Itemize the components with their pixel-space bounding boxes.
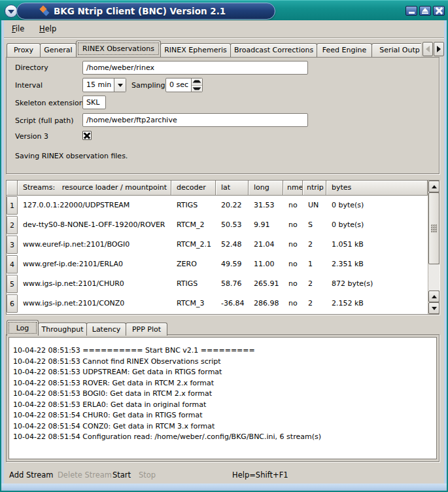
cell-nmea: no [283,294,303,313]
tab-throughput[interactable]: Throughput [38,323,87,336]
row-number[interactable]: 4 [7,255,18,273]
cell-mountpoint: 127.0.0.1:22000/UDPSTREAM [18,196,171,215]
add-stream-button[interactable]: Add Stream [9,470,54,480]
table-row[interactable]: 2 dev-ttyS0-8-NONE-1-OFF-19200/ROVER RTC… [7,215,428,235]
table-scrollbar[interactable] [428,181,439,314]
col-header-nmea[interactable]: nmea [283,181,303,196]
directory-input[interactable]: /home/weber/rinex [82,61,308,75]
skeleton-extension-input[interactable]: SKL [82,96,106,109]
version3-checkbox[interactable] [82,131,92,140]
table-row[interactable]: 4 www.gref-ip.de:2101/ERLA0 ZERO 49.59 1… [7,255,428,274]
cell-mountpoint: www.igs-ip.net:2101/CHUR0 [18,274,171,294]
checkbox-checked-icon [83,132,91,139]
log-line: 10-04-22 08:51:54 Configuration read: /h… [13,432,432,443]
col-header-lat[interactable]: lat [216,181,249,196]
table-row[interactable]: 3 www.euref-ip.net:2101/BOGI0 RTCM_2.1 5… [7,235,428,255]
cell-lat: 50.53 [216,215,249,235]
tab-proxy[interactable]: Proxy [7,43,41,57]
tab-feed-engine[interactable]: Feed Engine [317,43,372,57]
table-row[interactable]: 6 www.igs-ip.net:2101/CONZ0 RTCM_3 -36.8… [7,294,428,313]
cell-nmea: no [283,274,303,294]
cell-decoder: RTIGS [171,274,216,294]
col-header-bytes[interactable]: bytes [326,181,428,196]
interval-dropdown-button[interactable] [114,79,126,92]
cell-long: 11.00 [249,255,283,274]
scroll-down-button[interactable] [428,302,439,314]
script-input[interactable]: /home/weber/ftp2archive [82,113,308,127]
cell-ntrip: 1 [303,255,326,274]
log-line: 10-04-22 08:51:53 Cannot find RINEX Obse… [13,357,432,368]
scrollbar-thumb[interactable] [428,192,439,264]
menubar-separator [4,37,444,39]
scroll-down-icon [432,307,437,310]
script-label: Script (full path) [15,116,73,126]
log-line: 10-04-22 08:51:53 ERLA0: Get data in ori… [13,400,432,411]
interval-value: 15 min [83,79,114,92]
tab-scroll-left-button[interactable] [422,42,433,56]
col-header-decoder[interactable]: decoder [171,181,216,196]
delete-stream-button[interactable]: Delete Stream [58,470,112,480]
app-icon [39,6,50,16]
log-line: 10-04-22 08:51:53 UDPSTREAM: Get data in… [13,367,432,378]
cell-ntrip: UN [303,196,326,215]
window-menu-button[interactable] [5,5,18,18]
col-header-long[interactable]: long [249,181,283,196]
tab-broadcast-corrections[interactable]: Broadcast Corrections [230,43,317,57]
row-number[interactable]: 5 [7,275,18,293]
table-row[interactable]: 1 127.0.0.1:22000/UDPSTREAM RTIGS 20.22 … [7,196,428,215]
tab-log[interactable]: Log [7,320,39,336]
minimize-button[interactable] [405,6,417,16]
cell-ntrip: 2 [303,274,326,294]
scroll-up-button[interactable] [428,181,439,192]
cell-long: 9.91 [249,215,283,235]
row-number[interactable]: 6 [7,294,18,313]
shade-button[interactable] [419,6,431,16]
tab-general[interactable]: General [40,43,77,57]
interval-combo[interactable]: 15 min [82,78,126,92]
scrollbar-track[interactable] [428,264,439,290]
tab-scroll-right-button[interactable] [434,42,444,56]
stop-button[interactable]: Stop [139,470,156,480]
cell-lat: -36.84 [216,294,249,313]
cell-decoder: RTCM_2 [171,215,216,235]
col-header-streams[interactable]: Streams: resource loader / mountpoint [18,181,171,196]
menu-file[interactable]: File [9,24,27,35]
scroll-up-icon [432,185,437,188]
spin-down-button[interactable] [192,86,202,92]
sampling-spinner[interactable]: 0 sec [165,78,203,92]
cell-decoder: RTIGS [171,196,216,215]
cell-decoder: RTCM_2.1 [171,235,216,255]
streams-table: Streams: resource loader / mountpoint de… [6,180,439,315]
log-panel: 10-04-22 08:51:53 ========== Start BNC v… [6,334,439,462]
tab-rinex-ephemeris[interactable]: RINEX Ephemeris [160,43,231,57]
cell-bytes: 0 byte(s) [326,215,428,235]
app-window: BKG Ntrip Client (BNC) Version 2.1 File … [0,0,448,492]
tab-ppp-plot[interactable]: PPP Plot [126,323,167,336]
sampling-label: Sampling [131,80,165,91]
row-number[interactable]: 1 [7,196,18,215]
panel-note: Saving RINEX observation files. [15,152,128,160]
output-tabbar: Log Throughput Latency PPP Plot [7,320,167,336]
sampling-value: 0 sec [166,79,191,92]
cell-mountpoint: www.gref-ip.de:2101/ERLA0 [18,255,171,274]
log-textarea[interactable]: 10-04-22 08:51:53 ========== Start BNC v… [9,337,437,459]
row-number[interactable]: 2 [7,216,18,234]
window-title: BKG Ntrip Client (BNC) Version 2.1 [54,6,226,16]
cell-nmea: no [283,196,303,215]
scroll-up-button-2[interactable] [428,290,439,302]
tab-latency[interactable]: Latency [86,323,126,336]
log-line: 10-04-22 08:51:54 CONZ0: Get data in RTC… [13,421,432,432]
close-button[interactable] [433,6,445,16]
table-row[interactable]: 5 www.igs-ip.net:2101/CHUR0 RTIGS 58.76 … [7,274,428,294]
tab-serial-output[interactable]: Serial Outp [371,43,421,57]
scroll-up-icon [432,295,437,298]
menu-help[interactable]: Help [37,24,59,35]
corner-header-cell [7,181,18,196]
cell-decoder: ZERO [171,255,216,274]
col-header-ntrip[interactable]: ntrip [303,181,326,196]
row-number[interactable]: 3 [7,236,18,254]
cell-nmea: no [283,235,303,255]
start-button[interactable]: Start [112,470,131,480]
spin-up-button[interactable] [192,79,202,86]
tab-rinex-observations[interactable]: RINEX Observations [76,41,161,57]
